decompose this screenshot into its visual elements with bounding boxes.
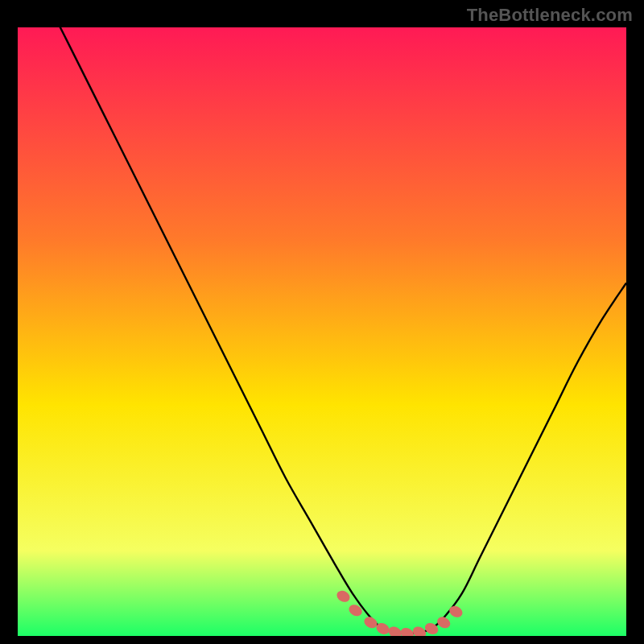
- chart-stage: TheBottleneck.com: [0, 0, 644, 644]
- plot-svg: [18, 27, 626, 636]
- watermark-text: TheBottleneck.com: [467, 5, 633, 26]
- bottleneck-plot: [18, 27, 626, 636]
- plot-background: [18, 27, 626, 636]
